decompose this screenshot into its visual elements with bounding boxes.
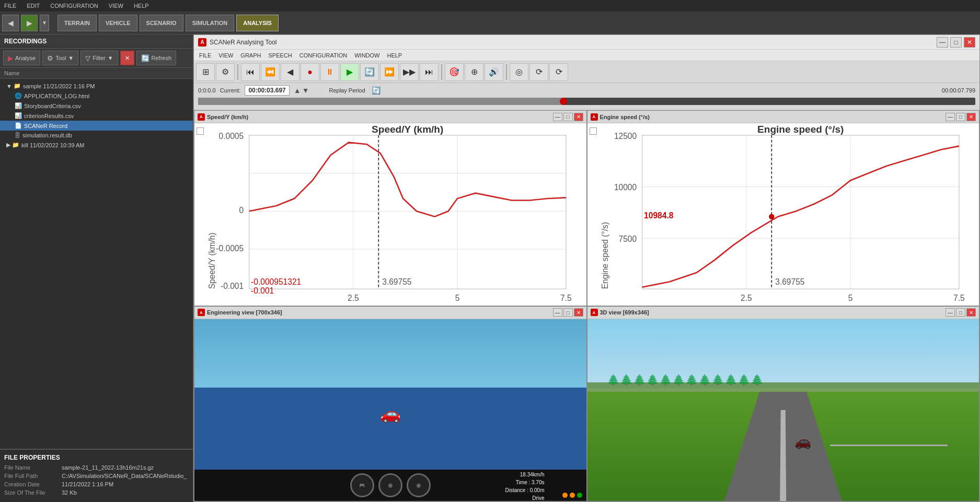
eng-view-close[interactable]: ✕: [574, 308, 583, 317]
tree-item-app-log[interactable]: 🌐 APPLICATION_LOG.html: [0, 91, 193, 101]
forward-nav-button[interactable]: ▶: [21, 15, 38, 31]
tree-item-storyboard[interactable]: 📊 StoryboardCriteria.csv: [0, 101, 193, 111]
svg-text:3.69755: 3.69755: [382, 277, 412, 286]
menu-edit[interactable]: EDIT: [25, 2, 42, 10]
skip-end-btn[interactable]: ⏭: [420, 63, 439, 81]
tool-button[interactable]: ⚙ Tool ▼: [42, 51, 78, 65]
engine-chart-body: 12500 10000 7500 2.5 5 7.5 Time (s) Engi…: [587, 123, 979, 306]
target-btn[interactable]: 🎯: [445, 63, 464, 81]
eng-view-min[interactable]: —: [553, 308, 562, 317]
speed-chart-title: Speed/Y (km/h): [207, 114, 248, 120]
progress-bar[interactable]: [198, 98, 975, 105]
smenu-window[interactable]: WINDOW: [351, 51, 383, 60]
svg-text:2.5: 2.5: [348, 294, 359, 302]
stop-button[interactable]: ✕: [120, 51, 134, 65]
smenu-file[interactable]: FILE: [196, 51, 214, 60]
engine-chart-min[interactable]: —: [946, 113, 955, 121]
engine-chart-checkbox[interactable]: [590, 127, 597, 135]
tab-simulation[interactable]: SIMULATION: [186, 15, 235, 31]
svg-text:5: 5: [455, 294, 460, 302]
svg-rect-0: [249, 135, 566, 289]
speed-chart-wm-btns: — □ ✕: [553, 113, 583, 121]
step-back-btn[interactable]: ◀: [281, 63, 299, 81]
tree-item-scaner-record[interactable]: 📄 SCANeR Record: [0, 121, 193, 131]
tab-analysis[interactable]: ANALYSIS: [236, 15, 279, 31]
db-file-icon: 🗄: [15, 132, 20, 138]
tab-vehicle[interactable]: VEHICLE: [99, 15, 137, 31]
svg-text:Speed/Y (km/h): Speed/Y (km/h): [207, 232, 216, 289]
eng-view-info: 18.34km/h Time : 3.70s Distance : 0.00m …: [505, 471, 544, 501]
camera2-btn[interactable]: ⟳: [529, 63, 548, 81]
svg-text:10000: 10000: [614, 183, 637, 192]
menu-view[interactable]: VIEW: [107, 2, 125, 10]
nav-dropdown[interactable]: ▼: [40, 15, 49, 31]
smenu-graph[interactable]: GRAPH: [237, 51, 264, 60]
eng-view-max[interactable]: □: [563, 308, 573, 317]
menu-configuration[interactable]: CONFIGURATION: [48, 2, 100, 10]
3d-view-trees: 🌲🌲🌲🌲🌲🌲🌲🌲🌲🌲🌲🌲: [607, 373, 764, 386]
main-toolbar: ◀ ▶ ▼ TERRAIN VEHICLE SCENARIO SIMULATIO…: [0, 11, 980, 34]
speed-chart-max[interactable]: □: [563, 113, 573, 121]
grid-btn[interactable]: ⊞: [196, 63, 215, 81]
steering-gauge: 🎮: [350, 473, 374, 497]
tree-item-kill-folder[interactable]: ▶ 📁 kill 11/02/2022 10:39 AM: [0, 140, 193, 150]
play-btn[interactable]: ▶: [340, 63, 359, 81]
refresh-button[interactable]: 🔄 Refresh: [136, 51, 177, 65]
audio-btn[interactable]: 🔊: [485, 63, 503, 81]
svg-text:-0.0005: -0.0005: [216, 244, 244, 253]
time-spinup[interactable]: ▲: [294, 86, 301, 95]
crosshair-btn[interactable]: ⊕: [465, 63, 483, 81]
camera3-btn[interactable]: ⟳: [549, 63, 568, 81]
tree-item-sample-folder[interactable]: ▼ 📁 sample 11/21/2022 1:16 PM: [0, 81, 193, 91]
close-button[interactable]: ✕: [964, 37, 975, 48]
back-nav-button[interactable]: ◀: [2, 15, 19, 31]
replay-icon[interactable]: 🔄: [372, 86, 381, 95]
menu-help[interactable]: HELP: [132, 2, 151, 10]
fast-forward-btn[interactable]: ⏩: [380, 63, 399, 81]
recordings-header: RECORDINGS: [0, 34, 193, 49]
minimize-button[interactable]: —: [937, 37, 948, 48]
maximize-button[interactable]: □: [950, 37, 962, 48]
analyse-icon: ▶: [8, 54, 13, 62]
pause-btn[interactable]: ⏸: [320, 63, 339, 81]
current-time-display[interactable]: 00:00:03.697: [245, 85, 289, 96]
progress-thumb[interactable]: [560, 98, 567, 105]
file-properties-title: FILE PROPERTIES: [4, 454, 189, 461]
record-btn[interactable]: ●: [301, 63, 319, 81]
tree-item-simulation-db[interactable]: 🗄 simulation.result.db: [0, 131, 193, 140]
fast-rewind-btn[interactable]: ⏪: [261, 63, 280, 81]
step-forward-btn[interactable]: ▶▶: [400, 63, 419, 81]
filter-button[interactable]: ▽ Filter ▼: [80, 51, 118, 65]
tab-terrain[interactable]: TERRAIN: [57, 15, 97, 31]
svg-text:3.69755: 3.69755: [775, 277, 805, 286]
tab-scenario[interactable]: SCENARIO: [140, 15, 183, 31]
camera1-btn[interactable]: ◎: [510, 63, 528, 81]
3d-view-min[interactable]: —: [946, 308, 955, 317]
smenu-view[interactable]: VIEW: [215, 51, 236, 60]
engine-chart-max[interactable]: □: [956, 113, 965, 121]
tree-column-header: Name: [0, 68, 193, 79]
settings-btn[interactable]: ⚙: [216, 63, 235, 81]
loop-btn[interactable]: 🔄: [360, 63, 379, 81]
engine-chart-close[interactable]: ✕: [966, 113, 976, 121]
svg-text:-0.000951321: -0.000951321: [251, 277, 301, 286]
hud-dot1: [562, 493, 568, 498]
engine-chart-wm-btns: — □ ✕: [946, 113, 976, 121]
svg-text:10984.8: 10984.8: [644, 211, 674, 220]
file-tree[interactable]: ▼ 📁 sample 11/21/2022 1:16 PM 🌐 APPLICAT…: [0, 79, 193, 449]
time-spindown[interactable]: ▼: [302, 86, 309, 95]
tree-item-criterion[interactable]: 📊 criterionResults.csv: [0, 111, 193, 121]
fp-creation-row: Creation Date 11/21/2022 1:16 PM: [4, 481, 189, 487]
smenu-help[interactable]: HELP: [384, 51, 405, 60]
speed-chart-close[interactable]: ✕: [574, 113, 583, 121]
smenu-configuration[interactable]: CONFIGURATION: [296, 51, 350, 60]
speed-chart-checkbox[interactable]: [197, 127, 204, 135]
analyse-button[interactable]: ▶ Analyse: [3, 51, 40, 65]
menu-file[interactable]: FILE: [2, 2, 18, 10]
3d-view-close[interactable]: ✕: [966, 308, 976, 317]
3d-view-max[interactable]: □: [956, 308, 965, 317]
speed-chart-title-left: A Speed/Y (km/h): [198, 113, 248, 121]
skip-start-btn[interactable]: ⏮: [241, 63, 260, 81]
smenu-speech[interactable]: SPEECH: [265, 51, 295, 60]
speed-chart-min[interactable]: —: [553, 113, 562, 121]
